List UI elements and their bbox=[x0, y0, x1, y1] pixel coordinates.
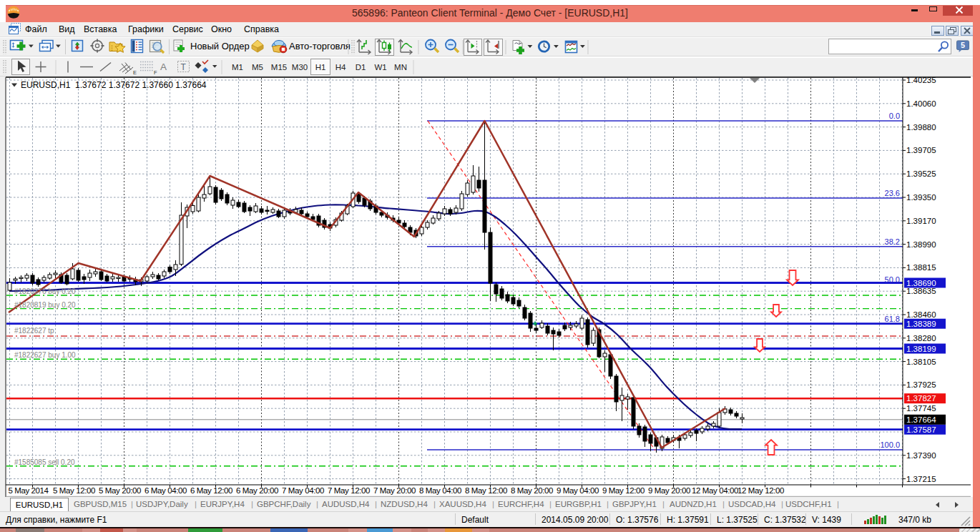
svg-text:E: E bbox=[133, 69, 137, 76]
svg-text:1.38280: 1.38280 bbox=[906, 334, 936, 343]
svg-text:7 May 04:00: 7 May 04:00 bbox=[282, 486, 324, 495]
svg-text:1.38460: 1.38460 bbox=[906, 310, 936, 319]
svg-text:5: 5 bbox=[961, 41, 965, 49]
svg-text:5 May 2014: 5 May 2014 bbox=[8, 486, 49, 495]
svg-text:#1585085 sell 0.20: #1585085 sell 0.20 bbox=[14, 458, 75, 466]
svg-text:1.39525: 1.39525 bbox=[906, 169, 936, 178]
svg-text:8 May 12:00: 8 May 12:00 bbox=[465, 486, 507, 495]
svg-text:MN: MN bbox=[394, 62, 407, 71]
svg-text:9 May 04:00: 9 May 04:00 bbox=[557, 486, 599, 495]
svg-text:12 May 12:00: 12 May 12:00 bbox=[738, 486, 784, 495]
svg-text:M30: M30 bbox=[292, 62, 308, 71]
svg-text:1.38389: 1.38389 bbox=[906, 320, 936, 328]
svg-text:1.38635: 1.38635 bbox=[906, 287, 936, 295]
svg-text:61.8: 61.8 bbox=[885, 315, 900, 323]
svg-text:1.39705: 1.39705 bbox=[906, 146, 936, 154]
svg-text:A: A bbox=[160, 61, 167, 72]
svg-text:7 May 20:00: 7 May 20:00 bbox=[373, 486, 416, 495]
svg-text:1.38105: 1.38105 bbox=[906, 358, 936, 366]
svg-text:1.37664: 1.37664 bbox=[906, 415, 936, 424]
svg-text:1.40235: 1.40235 bbox=[906, 77, 936, 84]
svg-text:T: T bbox=[181, 61, 187, 72]
svg-text:6 May 04:00: 6 May 04:00 bbox=[144, 486, 187, 495]
svg-text:M1: M1 bbox=[232, 62, 243, 71]
svg-text:0.0: 0.0 bbox=[889, 112, 900, 120]
svg-text:9 May 20:00: 9 May 20:00 bbox=[648, 486, 690, 495]
svg-text:#1822627 buy 1.00: #1822627 buy 1.00 bbox=[14, 351, 76, 359]
svg-text:7 May 12:00: 7 May 12:00 bbox=[328, 486, 370, 495]
svg-text:#1820819 buy 0.20: #1820819 buy 0.20 bbox=[14, 301, 76, 309]
svg-text:50.0: 50.0 bbox=[885, 275, 900, 284]
svg-text:5 May 20:00: 5 May 20:00 bbox=[99, 486, 141, 495]
svg-text:D1: D1 bbox=[356, 62, 366, 71]
svg-text:Новый Ордер: Новый Ордер bbox=[190, 41, 250, 51]
svg-text:#1820376 buy 0.20: #1820376 buy 0.20 bbox=[14, 287, 76, 295]
svg-text:1.37215: 1.37215 bbox=[906, 475, 936, 483]
svg-text:M5: M5 bbox=[252, 62, 263, 71]
svg-text:1.38815: 1.38815 bbox=[906, 263, 936, 272]
svg-text:8 May 20:00: 8 May 20:00 bbox=[511, 486, 553, 495]
svg-text:5 May 12:00: 5 May 12:00 bbox=[53, 486, 95, 495]
svg-text:F: F bbox=[154, 69, 157, 76]
svg-text:12 May 04:00: 12 May 04:00 bbox=[692, 486, 738, 495]
svg-text:1.40060: 1.40060 bbox=[906, 99, 936, 108]
svg-text:6 May 12:00: 6 May 12:00 bbox=[190, 486, 232, 495]
svg-text:1.38199: 1.38199 bbox=[906, 345, 936, 353]
svg-text:1.38990: 1.38990 bbox=[906, 240, 936, 249]
svg-text:6 May 20:00: 6 May 20:00 bbox=[236, 486, 278, 495]
svg-text:1.37827: 1.37827 bbox=[906, 394, 936, 403]
svg-text:1.39170: 1.39170 bbox=[906, 217, 936, 225]
svg-text:#1822627 tp: #1822627 tp bbox=[14, 327, 54, 335]
svg-text:1.39880: 1.39880 bbox=[906, 123, 936, 132]
svg-text:1.37925: 1.37925 bbox=[906, 380, 936, 389]
svg-text:1.37745: 1.37745 bbox=[906, 404, 936, 413]
svg-text:23.6: 23.6 bbox=[885, 189, 900, 197]
svg-text:9 May 12:00: 9 May 12:00 bbox=[602, 486, 645, 495]
svg-text:M15: M15 bbox=[271, 62, 287, 71]
svg-text:1.37390: 1.37390 bbox=[906, 451, 936, 460]
svg-text:1.39350: 1.39350 bbox=[906, 193, 936, 202]
svg-text:8 May 04:00: 8 May 04:00 bbox=[419, 486, 461, 495]
svg-text:H1: H1 bbox=[315, 62, 326, 71]
svg-text:100.0: 100.0 bbox=[880, 440, 900, 449]
svg-text:38.2: 38.2 bbox=[885, 237, 900, 246]
svg-text:Авто-торговля: Авто-торговля bbox=[289, 41, 351, 51]
svg-text:EURUSD,H1 1.37672 1.37672 1.3: EURUSD,H1 1.37672 1.37672 1.37660 1.3766… bbox=[21, 80, 207, 90]
svg-text:H4: H4 bbox=[335, 62, 346, 71]
svg-text:W1: W1 bbox=[374, 62, 386, 71]
svg-text:1.38690: 1.38690 bbox=[906, 279, 936, 287]
svg-text:1.37587: 1.37587 bbox=[906, 425, 936, 434]
